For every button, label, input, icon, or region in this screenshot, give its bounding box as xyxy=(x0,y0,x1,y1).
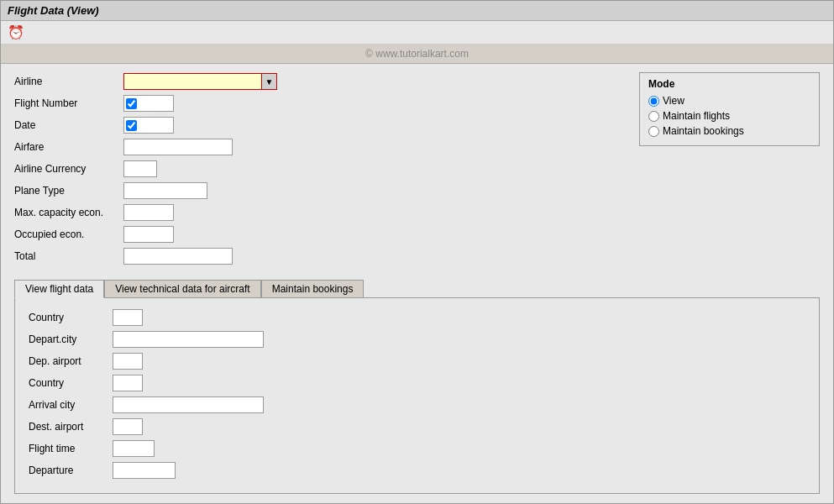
mode-radio-maintain-flights[interactable] xyxy=(648,111,659,122)
total-row: Total 0,00 xyxy=(14,247,622,265)
window-title: Flight Data (View) xyxy=(8,4,99,17)
main-window: Flight Data (View) ⏰ © www.tutorialkart.… xyxy=(0,0,834,504)
airline-dropdown-button[interactable]: ▼ xyxy=(262,73,277,90)
flight-number-field xyxy=(123,95,174,112)
tab-view-technical-data[interactable]: View technical data for aircraft xyxy=(104,280,261,298)
tab-dep-airport-row: Dep. airport xyxy=(29,352,805,370)
airline-label: Airline xyxy=(14,76,123,87)
occupied-label: Occupied econ. xyxy=(14,228,123,240)
mode-option-maintain-bookings: Maintain bookings xyxy=(648,125,810,137)
tab-dest-airport-row: Dest. airport xyxy=(29,417,805,436)
mode-label-maintain-bookings: Maintain bookings xyxy=(663,125,744,137)
tab-country2-input[interactable] xyxy=(113,375,143,391)
watermark-text: © www.tutorialkart.com xyxy=(365,48,469,60)
plane-type-row: Plane Type xyxy=(14,181,622,200)
tab-country2-label: Country xyxy=(29,377,113,389)
date-checkbox[interactable] xyxy=(126,120,137,131)
airline-currency-label: Airline Currency xyxy=(14,163,123,175)
flight-number-row: Flight Number xyxy=(14,94,622,113)
tab-depart-city-label: Depart.city xyxy=(29,333,113,345)
occupied-row: Occupied econ. 0 xyxy=(14,225,622,244)
toolbar: ⏰ xyxy=(1,21,833,45)
tabs-header: View flight data View technical data for… xyxy=(14,279,820,297)
title-bar: Flight Data (View) xyxy=(1,1,833,21)
watermark-bar: © www.tutorialkart.com xyxy=(1,45,833,64)
tab-dest-airport-label: Dest. airport xyxy=(29,421,113,433)
tab-dep-airport-input[interactable] xyxy=(113,353,143,370)
tab-country-input[interactable] xyxy=(113,309,143,326)
clock-icon: ⏰ xyxy=(8,24,24,40)
form-section: Airline ▼ Flight Number Date xyxy=(14,72,820,269)
tab-country-label: Country xyxy=(29,312,113,323)
tab-depart-city-input[interactable] xyxy=(113,331,264,348)
airline-input[interactable] xyxy=(123,73,262,90)
airline-row: Airline ▼ xyxy=(14,72,622,91)
flight-number-checkbox[interactable] xyxy=(126,98,137,109)
tab-flight-time-input[interactable]: 0:00 xyxy=(113,440,155,457)
mode-box: Mode View Maintain flights Maintain book… xyxy=(639,72,820,269)
tab-maintain-bookings[interactable]: Maintain bookings xyxy=(261,280,365,298)
plane-type-input[interactable] xyxy=(123,182,207,199)
content-area: Airline ▼ Flight Number Date xyxy=(1,64,833,502)
tab-country-row: Country xyxy=(29,308,805,327)
airline-currency-input[interactable] xyxy=(123,160,157,177)
mode-label-view: View xyxy=(663,95,685,107)
flight-number-label: Flight Number xyxy=(14,97,123,109)
total-input[interactable]: 0,00 xyxy=(123,248,233,265)
tab-arrival-city-label: Arrival city xyxy=(29,399,113,411)
airline-field-container: ▼ xyxy=(123,73,277,90)
tab-arrival-city-input[interactable] xyxy=(113,396,264,413)
max-capacity-label: Max. capacity econ. xyxy=(14,207,123,218)
max-capacity-row: Max. capacity econ. 0 xyxy=(14,203,622,222)
total-label: Total xyxy=(14,250,123,262)
airfare-label: Airfare xyxy=(14,141,123,153)
tabs-container: View flight data View technical data for… xyxy=(14,279,820,494)
tab-content-flight-data: Country Depart.city Dep. airport Country xyxy=(14,297,820,494)
tab-departure-label: Departure xyxy=(29,465,113,476)
date-label: Date xyxy=(14,119,123,131)
airline-currency-row: Airline Currency xyxy=(14,160,622,178)
airfare-input[interactable]: 0,00 xyxy=(123,139,233,155)
tab-departure-row: Departure 00:00:00 xyxy=(29,461,805,480)
mode-title: Mode xyxy=(648,78,810,90)
tab-view-flight-data[interactable]: View flight data xyxy=(14,280,104,298)
form-left: Airline ▼ Flight Number Date xyxy=(14,72,622,269)
tab-depart-city-row: Depart.city xyxy=(29,330,805,349)
max-capacity-input[interactable]: 0 xyxy=(123,204,174,221)
mode-box-inner: Mode View Maintain flights Maintain book… xyxy=(639,72,820,146)
tab-dest-airport-input[interactable] xyxy=(113,418,143,435)
mode-radio-maintain-bookings[interactable] xyxy=(648,126,659,137)
airfare-row: Airfare 0,00 xyxy=(14,138,622,156)
tab-departure-input[interactable]: 00:00:00 xyxy=(113,462,176,479)
mode-radio-view[interactable] xyxy=(648,96,659,107)
plane-type-label: Plane Type xyxy=(14,185,123,197)
tab-flight-time-row: Flight time 0:00 xyxy=(29,439,805,458)
tab-flight-time-label: Flight time xyxy=(29,443,113,454)
date-row: Date xyxy=(14,116,622,134)
mode-option-view: View xyxy=(648,95,810,107)
tab-country2-row: Country xyxy=(29,374,805,392)
tab-dep-airport-label: Dep. airport xyxy=(29,355,113,367)
mode-label-maintain-flights: Maintain flights xyxy=(663,110,730,122)
date-field xyxy=(123,117,174,134)
tab-arrival-city-row: Arrival city xyxy=(29,396,805,414)
occupied-input[interactable]: 0 xyxy=(123,226,174,243)
mode-option-maintain-flights: Maintain flights xyxy=(648,110,810,122)
